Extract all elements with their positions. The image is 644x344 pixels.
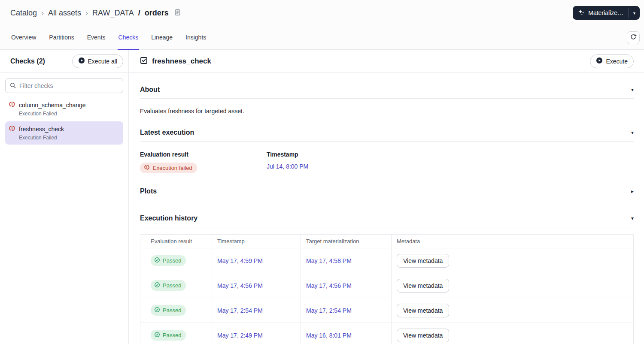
- view-metadata-button[interactable]: View metadata: [397, 329, 449, 342]
- column-header-timestamp: Timestamp: [212, 235, 301, 248]
- play-circle-icon: [596, 57, 603, 65]
- check-detail-panel: freshness_check Execute About ▾: [129, 50, 644, 344]
- plots-title: Plots: [140, 187, 157, 195]
- top-bar: Catalog › All assets › RAW_DATA / orders: [0, 0, 644, 26]
- tab-lineage[interactable]: Lineage: [150, 26, 173, 50]
- execution-timestamp-link[interactable]: May 17, 4:56 PM: [217, 282, 263, 289]
- chevron-right-icon: ›: [41, 9, 44, 18]
- caret-down-icon: ▾: [633, 11, 635, 15]
- content-area: Checks (2) Execute all: [0, 50, 644, 344]
- view-metadata-button[interactable]: View metadata: [397, 254, 449, 268]
- execute-all-button[interactable]: Execute all: [72, 54, 123, 68]
- view-metadata-button[interactable]: View metadata: [397, 304, 449, 317]
- check-title: freshness_check: [152, 57, 211, 66]
- target-materialization-link[interactable]: May 17, 4:56 PM: [306, 282, 352, 289]
- search-icon: [9, 82, 16, 91]
- tab-bar: Overview Partitions Events Checks Lineag…: [0, 26, 644, 50]
- check-box-icon: [140, 57, 148, 66]
- check-name: column_schema_change: [19, 102, 86, 109]
- passed-badge-label: Passed: [163, 307, 181, 314]
- check-detail-body: About ▾ Evaluates freshness for targeted…: [129, 73, 644, 344]
- check-list-item-freshness-check[interactable]: freshness_check Execution Failed: [5, 121, 123, 145]
- timestamp-label: Timestamp: [267, 151, 393, 158]
- breadcrumb-all-assets[interactable]: All assets: [48, 9, 81, 18]
- clipboard-icon: [174, 9, 181, 17]
- execution-history-section: Execution history ▾ Evaluation result Ti…: [140, 214, 634, 344]
- plots-expand-button[interactable]: ▸: [631, 189, 634, 194]
- section-divider: [140, 98, 634, 99]
- execution-timestamp-link[interactable]: May 17, 2:49 PM: [217, 332, 263, 339]
- target-materialization-link[interactable]: May 16, 8:01 PM: [306, 332, 352, 339]
- passed-badge: Passed: [151, 280, 186, 291]
- copy-asset-name-button[interactable]: [173, 8, 182, 18]
- breadcrumb: Catalog › All assets › RAW_DATA / orders: [10, 8, 182, 18]
- execution-history-collapse-button[interactable]: ▾: [631, 216, 634, 221]
- section-divider: [140, 227, 634, 227]
- breadcrumb-catalog[interactable]: Catalog: [10, 9, 37, 18]
- filter-checks-input[interactable]: [5, 78, 123, 93]
- check-name: freshness_check: [19, 126, 64, 133]
- execute-all-label: Execute all: [88, 58, 117, 65]
- target-materialization-link[interactable]: May 17, 4:58 PM: [306, 257, 352, 264]
- view-metadata-button[interactable]: View metadata: [397, 279, 449, 293]
- passed-badge-label: Passed: [163, 332, 181, 338]
- breadcrumb-asset-group[interactable]: RAW_DATA: [92, 9, 134, 18]
- latest-execution-title: Latest execution: [140, 129, 194, 136]
- about-title: About: [140, 86, 160, 94]
- check-circle-icon: [154, 282, 160, 289]
- caret-down-icon: ▾: [631, 130, 634, 136]
- latest-execution-collapse-button[interactable]: ▾: [631, 130, 634, 135]
- plots-section: Plots ▸: [140, 187, 634, 200]
- passed-badge: Passed: [151, 255, 186, 266]
- execute-label: Execute: [606, 58, 628, 65]
- sparkle-icon: [578, 9, 585, 17]
- about-section: About ▾ Evaluates freshness for targeted…: [140, 86, 634, 115]
- column-header-metadata: Metadata: [392, 235, 634, 248]
- caret-right-icon: ▸: [631, 188, 634, 194]
- column-header-target-materialization: Target materialization: [301, 235, 392, 248]
- check-status: Execution Failed: [19, 111, 120, 117]
- materialize-button[interactable]: Materialize…: [573, 6, 629, 20]
- table-row: Passed May 17, 4:59 PM May 17, 4:58 PM V…: [140, 248, 634, 273]
- section-divider: [140, 200, 634, 200]
- latest-timestamp-link[interactable]: Jul 14, 8:00 PM: [267, 163, 308, 170]
- checks-sidebar-header: Checks (2) Execute all: [0, 50, 128, 73]
- caret-down-icon: ▾: [631, 215, 634, 221]
- check-circle-icon: [154, 332, 160, 339]
- section-divider: [140, 141, 634, 142]
- execution-history-table: Evaluation result Timestamp Target mater…: [140, 234, 634, 344]
- execute-button[interactable]: Execute: [590, 54, 634, 68]
- table-row: Passed May 17, 4:56 PM May 17, 4:56 PM V…: [140, 273, 634, 298]
- check-circle-icon: [154, 307, 160, 314]
- passed-badge-label: Passed: [163, 282, 181, 289]
- execution-timestamp-link[interactable]: May 17, 4:59 PM: [217, 257, 263, 264]
- tab-checks[interactable]: Checks: [118, 26, 140, 50]
- filter-checks-wrap: [5, 78, 123, 93]
- caret-down-icon: ▾: [631, 87, 634, 93]
- tab-insights[interactable]: Insights: [185, 26, 207, 50]
- refresh-icon: [630, 33, 637, 42]
- target-materialization-link[interactable]: May 17, 2:54 PM: [306, 307, 352, 314]
- about-collapse-button[interactable]: ▾: [631, 87, 634, 92]
- tab-partitions[interactable]: Partitions: [48, 26, 75, 50]
- materialize-dropdown-button[interactable]: ▾: [629, 6, 640, 20]
- breadcrumb-asset-name: orders: [145, 9, 169, 18]
- checks-sidebar: Checks (2) Execute all: [0, 50, 129, 344]
- passed-badge: Passed: [151, 305, 186, 316]
- execution-failed-badge-label: Execution failed: [153, 165, 192, 171]
- tab-events[interactable]: Events: [86, 26, 106, 50]
- column-header-evaluation-result: Evaluation result: [140, 235, 212, 248]
- tab-overview[interactable]: Overview: [10, 26, 37, 50]
- check-detail-header: freshness_check Execute: [129, 50, 644, 73]
- play-circle-icon: [78, 57, 85, 65]
- table-row: Passed May 17, 2:54 PM May 17, 2:54 PM V…: [140, 298, 634, 323]
- execution-failed-badge: Execution failed: [140, 163, 197, 173]
- materialize-button-label: Materialize…: [588, 9, 623, 16]
- check-list-item-column-schema-change[interactable]: column_schema_change Execution Failed: [5, 97, 123, 121]
- chevron-right-icon: ›: [85, 9, 88, 18]
- execution-timestamp-link[interactable]: May 17, 2:54 PM: [217, 307, 263, 314]
- check-circle-icon: [154, 257, 160, 264]
- about-description: Evaluates freshness for targeted asset.: [140, 108, 634, 115]
- refresh-button[interactable]: [627, 31, 640, 44]
- check-status: Execution Failed: [19, 135, 120, 141]
